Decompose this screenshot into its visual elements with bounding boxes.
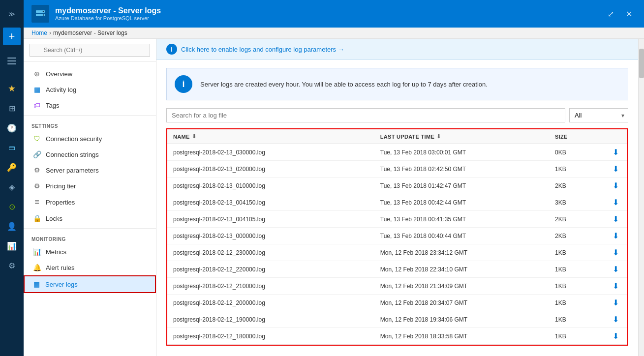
info-banner-top[interactable]: i Click here to enable logs and configur… xyxy=(156,39,638,60)
sidebar-item-properties[interactable]: ≡ Properties xyxy=(24,194,156,210)
download-icon[interactable]: ⬇ xyxy=(613,248,619,257)
download-icon[interactable]: ⬇ xyxy=(613,281,619,291)
sidebar-label-pricing-tier: Pricing tier xyxy=(46,182,76,190)
log-download-cell[interactable]: ⬇ xyxy=(604,311,627,328)
table-row: postgresql-2018-02-12_210000.log Mon, 12… xyxy=(167,278,627,295)
settings-bottom-icon[interactable]: ⚙ xyxy=(2,256,22,275)
plus-icon[interactable]: + xyxy=(3,28,21,45)
resize-icon[interactable]: ⤢ xyxy=(604,7,618,21)
person-icon[interactable]: 👤 xyxy=(2,216,22,236)
sidebar: 🔍 ⊕ Overview ▦ Activity log 🏷 Tags xyxy=(24,39,156,356)
log-search-input[interactable] xyxy=(166,108,565,122)
sidebar-label-locks: Locks xyxy=(46,215,62,222)
filter-select[interactable]: All xyxy=(569,108,628,122)
log-download-cell[interactable]: ⬇ xyxy=(604,261,627,278)
log-size-cell: 1KB xyxy=(549,261,604,278)
download-icon[interactable]: ⬇ xyxy=(613,298,619,307)
pricing-tier-icon: ⚙ xyxy=(33,182,41,190)
title-bar: mydemoserver - Server logs Azure Databas… xyxy=(24,0,644,28)
log-download-cell[interactable]: ⬇ xyxy=(604,295,627,311)
sidebar-item-connection-security[interactable]: 🛡 Connection security xyxy=(24,131,156,147)
key-icon[interactable]: 🔑 xyxy=(2,157,22,177)
log-download-cell[interactable]: ⬇ xyxy=(604,244,627,261)
sidebar-item-server-logs[interactable]: ▦ Server logs xyxy=(24,275,156,293)
info-box-icon: i xyxy=(175,75,192,93)
sidebar-label-connection-strings: Connection strings xyxy=(46,151,99,158)
server-icon xyxy=(31,5,49,23)
alert-rules-icon: 🔔 xyxy=(33,264,41,271)
download-icon[interactable]: ⬇ xyxy=(613,331,619,341)
log-download-cell[interactable]: ⬇ xyxy=(604,178,627,194)
metrics-icon: 📊 xyxy=(33,248,41,256)
hamburger-icon[interactable] xyxy=(2,51,22,71)
download-icon[interactable]: ⬇ xyxy=(613,164,619,174)
log-size-cell: 1KB xyxy=(549,311,604,328)
database-icon[interactable]: 🗃 xyxy=(2,138,22,157)
log-download-cell[interactable]: ⬇ xyxy=(604,161,627,178)
log-table: NAME ⬇ LAST UPDATE TIME ⬇ xyxy=(167,129,627,345)
info-circle-icon: i xyxy=(166,44,177,55)
log-size-cell: 2KB xyxy=(549,178,604,194)
tags-icon: 🏷 xyxy=(33,101,41,109)
log-name-cell: postgresql-2018-02-12_180000.log xyxy=(167,328,374,345)
sidebar-item-locks[interactable]: 🔒 Locks xyxy=(24,210,156,226)
info-banner-text: Click here to enable logs and configure … xyxy=(181,46,344,53)
log-name-cell: postgresql-2018-02-12_210000.log xyxy=(167,278,374,295)
log-download-cell[interactable]: ⬇ xyxy=(604,328,627,345)
log-time-cell: Mon, 12 Feb 2018 19:34:06 GMT xyxy=(374,311,549,328)
log-download-cell[interactable]: ⬇ xyxy=(604,228,627,244)
svg-point-2 xyxy=(43,11,44,12)
table-row: postgresql-2018-02-13_020000.log Tue, 13… xyxy=(167,161,627,178)
download-icon[interactable]: ⬇ xyxy=(613,214,619,224)
log-time-cell: Tue, 13 Feb 2018 01:42:47 GMT xyxy=(374,178,549,194)
diamond-icon[interactable]: ◈ xyxy=(2,177,22,197)
star-icon[interactable]: ★ xyxy=(2,79,22,98)
download-icon[interactable]: ⬇ xyxy=(613,181,619,190)
table-row: postgresql-2018-02-12_190000.log Mon, 12… xyxy=(167,311,627,328)
scrollbar[interactable] xyxy=(638,39,644,356)
sidebar-item-alert-rules[interactable]: 🔔 Alert rules xyxy=(24,260,156,275)
sidebar-item-connection-strings[interactable]: 🔗 Connection strings xyxy=(24,147,156,162)
server-parameters-icon: ⚙ xyxy=(33,166,41,174)
chart-icon[interactable]: 📊 xyxy=(2,236,22,256)
sidebar-item-overview[interactable]: ⊕ Overview xyxy=(24,66,156,82)
log-download-cell[interactable]: ⬇ xyxy=(604,194,627,211)
log-download-cell[interactable]: ⬇ xyxy=(604,211,627,228)
log-time-cell: Tue, 13 Feb 2018 03:00:01 GMT xyxy=(374,144,549,161)
download-icon[interactable]: ⬇ xyxy=(613,148,619,157)
clock-icon[interactable]: 🕐 xyxy=(2,118,22,138)
sidebar-item-metrics[interactable]: 📊 Metrics xyxy=(24,244,156,260)
log-time-cell: Mon, 12 Feb 2018 20:34:07 GMT xyxy=(374,295,549,311)
sidebar-search-input[interactable] xyxy=(30,44,150,57)
breadcrumb-current: mydemoserver - Server logs xyxy=(53,30,127,36)
monitoring-section-label: MONITORING xyxy=(24,231,156,244)
sidebar-label-server-logs: Server logs xyxy=(45,281,78,288)
download-icon[interactable]: ⬇ xyxy=(613,198,619,207)
col-header-size: SIZE xyxy=(549,129,604,144)
sort-name-icon[interactable]: ⬇ xyxy=(192,133,196,140)
sidebar-item-activitylog[interactable]: ▦ Activity log xyxy=(24,82,156,97)
breadcrumb-home[interactable]: Home xyxy=(31,30,47,36)
log-download-cell[interactable]: ⬇ xyxy=(604,278,627,295)
locks-icon: 🔒 xyxy=(33,214,41,222)
info-banner-link[interactable]: Click here to enable logs and configure … xyxy=(181,46,344,53)
download-icon[interactable]: ⬇ xyxy=(613,315,619,324)
circle-icon[interactable]: ⊙ xyxy=(2,197,22,216)
info-box-text: Server logs are created every hour. You … xyxy=(200,81,488,88)
settings-section-label: SETTINGS xyxy=(24,118,156,131)
log-time-cell: Tue, 13 Feb 2018 00:42:44 GMT xyxy=(374,194,549,211)
log-name-cell: postgresql-2018-02-12_200000.log xyxy=(167,295,374,311)
sidebar-item-pricing-tier[interactable]: ⚙ Pricing tier xyxy=(24,178,156,194)
sidebar-item-tags[interactable]: 🏷 Tags xyxy=(24,97,156,113)
expand-icon[interactable]: ≫ xyxy=(2,4,22,24)
grid-icon[interactable]: ⊞ xyxy=(2,98,22,118)
sort-time-icon[interactable]: ⬇ xyxy=(436,133,441,140)
download-icon[interactable]: ⬇ xyxy=(613,231,619,240)
log-download-cell[interactable]: ⬇ xyxy=(604,144,627,161)
sidebar-item-server-parameters[interactable]: ⚙ Server parameters xyxy=(24,162,156,178)
close-icon[interactable]: ✕ xyxy=(622,7,636,21)
col-header-name: NAME ⬇ xyxy=(167,129,374,144)
breadcrumb: Home › mydemoserver - Server logs xyxy=(24,28,644,39)
log-size-cell: 1KB xyxy=(549,244,604,261)
download-icon[interactable]: ⬇ xyxy=(613,265,619,274)
